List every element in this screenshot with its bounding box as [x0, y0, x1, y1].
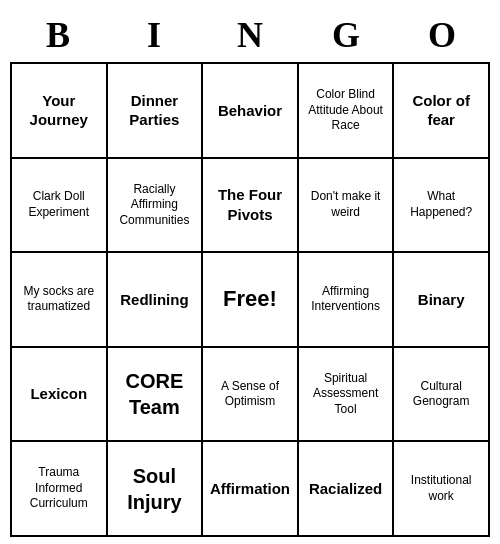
bingo-cell-4[interactable]: Color of fear — [394, 64, 490, 159]
bingo-cell-22[interactable]: Affirmation — [203, 442, 299, 537]
bingo-cell-1[interactable]: Dinner Parties — [108, 64, 204, 159]
bingo-cell-5[interactable]: Clark Doll Experiment — [12, 159, 108, 254]
bingo-cell-23[interactable]: Racialized — [299, 442, 395, 537]
bingo-grid: Your JourneyDinner PartiesBehaviorColor … — [10, 62, 490, 537]
bingo-header: B I N G O — [10, 7, 490, 62]
bingo-card: B I N G O Your JourneyDinner PartiesBeha… — [10, 7, 490, 537]
bingo-cell-6[interactable]: Racially Affirming Communities — [108, 159, 204, 254]
bingo-cell-17[interactable]: A Sense of Optimism — [203, 348, 299, 443]
header-g: G — [298, 14, 394, 56]
bingo-cell-16[interactable]: CORE Team — [108, 348, 204, 443]
bingo-cell-12[interactable]: Free! — [203, 253, 299, 348]
bingo-cell-24[interactable]: Institutional work — [394, 442, 490, 537]
bingo-cell-18[interactable]: Spiritual Assessment Tool — [299, 348, 395, 443]
header-n: N — [202, 14, 298, 56]
bingo-cell-15[interactable]: Lexicon — [12, 348, 108, 443]
bingo-cell-8[interactable]: Don't make it weird — [299, 159, 395, 254]
bingo-cell-14[interactable]: Binary — [394, 253, 490, 348]
bingo-cell-19[interactable]: Cultural Genogram — [394, 348, 490, 443]
header-i: I — [106, 14, 202, 56]
bingo-cell-2[interactable]: Behavior — [203, 64, 299, 159]
bingo-cell-21[interactable]: Soul Injury — [108, 442, 204, 537]
header-o: O — [394, 14, 490, 56]
bingo-cell-0[interactable]: Your Journey — [12, 64, 108, 159]
bingo-cell-10[interactable]: My socks are traumatized — [12, 253, 108, 348]
bingo-cell-3[interactable]: Color Blind Attitude About Race — [299, 64, 395, 159]
bingo-cell-7[interactable]: The Four Pivots — [203, 159, 299, 254]
header-b: B — [10, 14, 106, 56]
bingo-cell-9[interactable]: What Happened? — [394, 159, 490, 254]
bingo-cell-13[interactable]: Affirming Interventions — [299, 253, 395, 348]
bingo-cell-11[interactable]: Redlining — [108, 253, 204, 348]
bingo-cell-20[interactable]: Trauma Informed Curriculum — [12, 442, 108, 537]
